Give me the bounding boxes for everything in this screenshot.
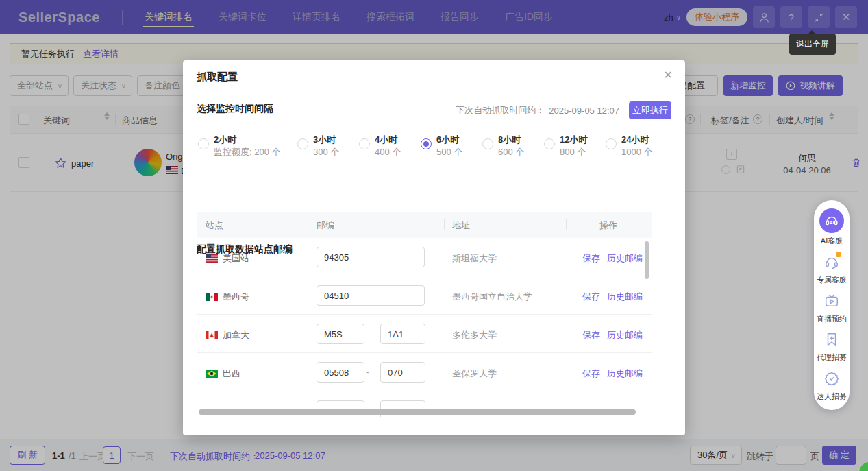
next-capture-label: 下次自动抓取时间约： <box>456 104 545 117</box>
flag-mx-icon <box>206 293 218 301</box>
zip-row-us: 美国站 斯坦福大学 保存历史邮编 <box>197 238 652 276</box>
column-divider <box>310 219 310 230</box>
exit-fullscreen-tooltip: 退出全屏 <box>789 34 836 55</box>
col-action: 操作 <box>599 219 617 232</box>
ai-service-button[interactable]: AI AI客服 <box>819 208 844 246</box>
flag-us-icon <box>206 254 218 263</box>
history-zip-link[interactable]: 历史邮编 <box>607 329 643 341</box>
radio-icon <box>544 138 555 149</box>
col-zip: 邮编 <box>317 219 334 232</box>
flag-br-icon <box>206 370 218 378</box>
vertical-scrollbar[interactable] <box>645 241 649 279</box>
save-link[interactable]: 保存 <box>582 252 600 265</box>
radio-icon <box>198 138 209 149</box>
svg-text:AI: AI <box>829 219 834 226</box>
zip-table: 站点 邮编 地址 操作 美国站 斯坦福大学 保存历史邮编 <box>197 212 652 417</box>
interval-option-8h[interactable]: 8小时600 个 <box>482 132 524 158</box>
col-site: 站点 <box>206 219 223 232</box>
zip-address: 多伦多大学 <box>452 329 497 341</box>
headset-icon <box>824 254 839 272</box>
history-zip-link[interactable]: 历史邮编 <box>607 291 643 303</box>
column-divider <box>566 219 567 230</box>
zip-input-us[interactable] <box>317 247 425 267</box>
site-name: 加拿大 <box>223 329 249 341</box>
agent-recruit-button[interactable]: 代理招募 <box>817 332 847 363</box>
interval-option-3h[interactable]: 3小时300 个 <box>297 132 339 158</box>
modal-close-icon[interactable]: ✕ <box>664 69 673 82</box>
interval-option-4h[interactable]: 4小时400 个 <box>359 132 401 158</box>
interval-section-title: 选择监控时间间隔 <box>197 103 273 115</box>
radio-icon <box>606 138 617 149</box>
support-float-panel: AI AI客服 专属客服 直播预约 代理招募 <box>814 200 850 410</box>
live-booking-label: 直播预约 <box>817 314 847 324</box>
next-capture-time: 2025-09-05 12:07 <box>549 106 619 116</box>
site-name: 巴西 <box>223 367 240 380</box>
badge-check-icon <box>824 371 839 389</box>
zip-table-header: 站点 邮编 地址 操作 <box>197 212 652 238</box>
ai-service-label: AI客服 <box>821 236 843 246</box>
dedicated-service-label: 专属客服 <box>817 275 847 285</box>
gift-badge-icon <box>836 252 841 257</box>
influencer-recruit-label: 达人招募 <box>817 391 847 402</box>
radio-checked-icon <box>421 138 432 149</box>
save-link[interactable]: 保存 <box>582 329 600 341</box>
interval-option-12h[interactable]: 12小时800 个 <box>544 132 587 158</box>
live-tv-icon <box>824 293 839 311</box>
zip-address: 斯坦福大学 <box>452 252 497 265</box>
radio-icon <box>482 138 493 149</box>
radio-icon <box>359 138 370 149</box>
agent-recruit-label: 代理招募 <box>817 352 847 363</box>
site-name: 墨西哥 <box>223 291 249 303</box>
next-capture-group: 下次自动抓取时间约： 2025-09-05 12:07 立即执行 <box>456 101 671 119</box>
execute-now-button[interactable]: 立即执行 <box>629 101 671 119</box>
zip-row-mx: 墨西哥 墨西哥国立自治大学 保存历史邮编 <box>197 276 652 315</box>
interval-option-24h[interactable]: 24小时1000 个 <box>606 132 653 158</box>
live-booking-button[interactable]: 直播预约 <box>817 293 847 324</box>
zip-input-ca-2[interactable] <box>380 324 425 344</box>
zip-address: 圣保罗大学 <box>452 367 497 380</box>
interval-options: 2小时监控额度: 200 个 3小时300 个 4小时400 个 6小时500 … <box>197 132 671 163</box>
zip-input-br-2[interactable] <box>380 362 425 383</box>
zip-row-br: 巴西 - 圣保罗大学 保存历史邮编 <box>197 353 652 391</box>
zip-row-ca: 加拿大 多伦多大学 保存历史邮编 <box>197 315 652 353</box>
zip-input-br-1[interactable] <box>317 362 364 383</box>
ai-headset-icon: AI <box>819 208 844 233</box>
save-link[interactable]: 保存 <box>582 291 600 303</box>
modal-title: 抓取配置 <box>197 71 238 84</box>
column-divider <box>444 219 445 230</box>
interval-option-6h[interactable]: 6小时500 个 <box>421 132 462 158</box>
col-address: 地址 <box>452 219 470 232</box>
history-zip-link[interactable]: 历史邮编 <box>607 367 643 380</box>
bookmark-plus-icon <box>824 332 839 350</box>
influencer-recruit-button[interactable]: 达人招募 <box>817 371 847 402</box>
horizontal-scrollbar[interactable] <box>199 409 636 415</box>
flag-ca-icon <box>206 331 218 339</box>
history-zip-link[interactable]: 历史邮编 <box>607 252 643 265</box>
dedicated-service-button[interactable]: 专属客服 <box>817 254 847 285</box>
zip-input-mx[interactable] <box>317 285 425 306</box>
zip-address: 墨西哥国立自治大学 <box>452 291 532 303</box>
capture-config-modal: 抓取配置 ✕ 选择监控时间间隔 下次自动抓取时间约： 2025-09-05 12… <box>183 60 685 435</box>
zip-separator: - <box>366 367 369 377</box>
app-screen: SellerSpace 关键词排名 关键词卡位 详情页排名 搜索框拓词 报告同步… <box>0 0 868 471</box>
interval-option-2h[interactable]: 2小时监控额度: 200 个 <box>198 132 281 158</box>
radio-icon <box>297 138 308 149</box>
save-link[interactable]: 保存 <box>582 367 600 380</box>
site-name: 美国站 <box>223 252 249 265</box>
zip-input-ca-1[interactable] <box>317 324 364 344</box>
